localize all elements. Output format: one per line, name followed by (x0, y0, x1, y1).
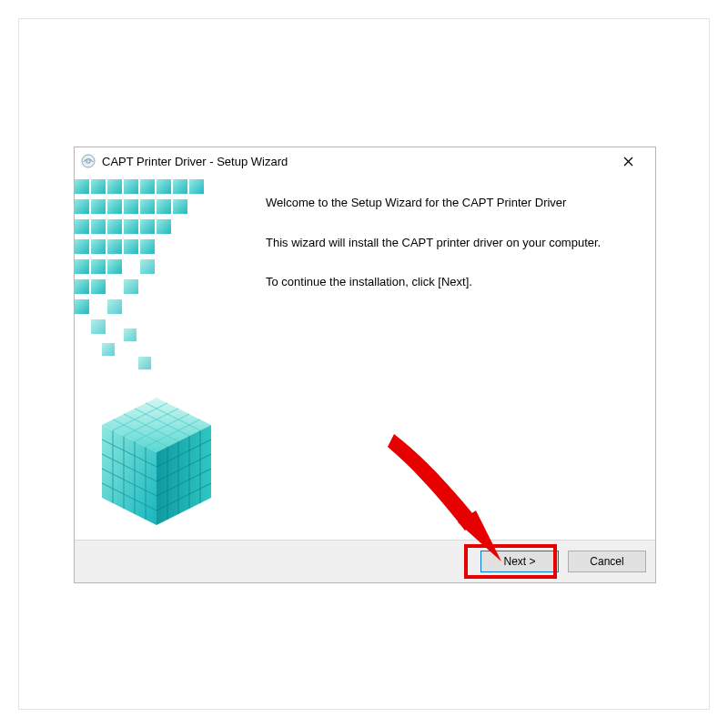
svg-rect-8 (140, 179, 155, 194)
svg-rect-41 (102, 343, 115, 356)
svg-rect-5 (91, 179, 106, 194)
svg-rect-17 (157, 199, 171, 214)
svg-rect-21 (107, 219, 122, 234)
svg-rect-12 (75, 199, 89, 214)
outer-frame: CAPT Printer Driver - Setup Wizard (0, 0, 728, 728)
svg-rect-18 (173, 199, 187, 214)
inner-frame: CAPT Printer Driver - Setup Wizard (18, 18, 710, 710)
svg-rect-32 (107, 259, 122, 274)
svg-rect-28 (124, 239, 138, 254)
svg-rect-11 (189, 179, 204, 194)
svg-rect-26 (91, 239, 106, 254)
dialog-body: Welcome to the Setup Wizard for the CAPT… (75, 175, 655, 540)
svg-rect-38 (107, 299, 122, 314)
setup-wizard-dialog: CAPT Printer Driver - Setup Wizard (74, 147, 656, 583)
svg-rect-39 (91, 319, 106, 334)
next-button[interactable]: Next > (480, 551, 559, 572)
svg-rect-25 (75, 239, 89, 254)
svg-rect-35 (91, 279, 106, 294)
svg-rect-22 (124, 219, 138, 234)
svg-rect-34 (75, 279, 89, 294)
svg-rect-24 (157, 219, 171, 234)
svg-rect-23 (140, 219, 155, 234)
svg-rect-16 (140, 199, 155, 214)
app-icon (80, 153, 96, 169)
svg-rect-4 (75, 179, 89, 194)
svg-rect-14 (107, 199, 122, 214)
svg-rect-15 (124, 199, 138, 214)
svg-rect-33 (140, 259, 155, 274)
svg-rect-37 (75, 299, 89, 314)
wizard-side-image (75, 175, 257, 540)
svg-rect-30 (75, 259, 89, 274)
svg-rect-6 (107, 179, 122, 194)
svg-rect-19 (75, 219, 89, 234)
dialog-content: Welcome to the Setup Wizard for the CAPT… (257, 175, 655, 540)
close-button[interactable] (608, 148, 648, 174)
svg-point-1 (86, 159, 91, 164)
svg-rect-7 (124, 179, 138, 194)
svg-rect-10 (173, 179, 187, 194)
description-text: This wizard will install the CAPT printe… (266, 235, 628, 251)
svg-rect-36 (124, 279, 138, 294)
svg-rect-9 (157, 179, 171, 194)
svg-rect-20 (91, 219, 106, 234)
window-title: CAPT Printer Driver - Setup Wizard (102, 155, 288, 168)
dialog-footer: Next > Cancel (75, 541, 655, 582)
titlebar: CAPT Printer Driver - Setup Wizard (75, 147, 655, 175)
svg-rect-27 (107, 239, 122, 254)
svg-rect-42 (138, 357, 151, 369)
svg-rect-31 (91, 259, 106, 274)
svg-rect-29 (140, 239, 155, 254)
svg-rect-13 (91, 199, 106, 214)
continue-text: To continue the installation, click [Nex… (266, 274, 628, 290)
svg-rect-40 (124, 329, 136, 341)
welcome-text: Welcome to the Setup Wizard for the CAPT… (266, 195, 628, 211)
cancel-button[interactable]: Cancel (568, 551, 646, 572)
